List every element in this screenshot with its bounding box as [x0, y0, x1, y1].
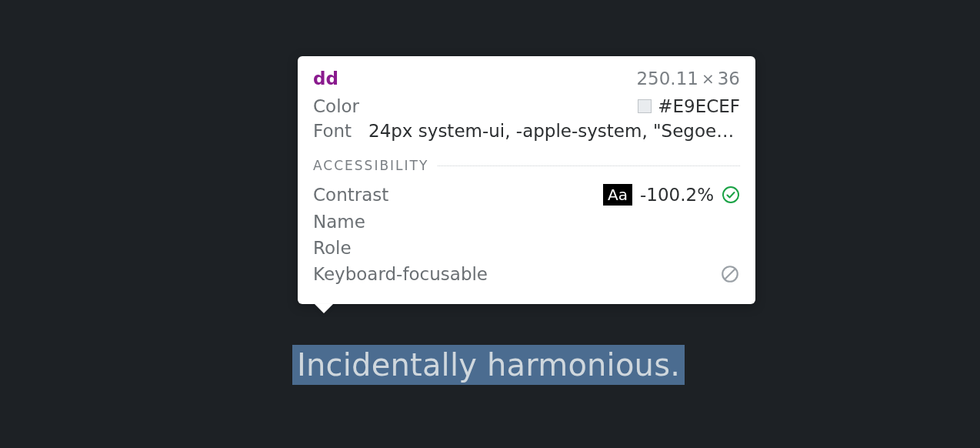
color-value-group: #E9ECEF: [638, 96, 740, 116]
contrast-row: Contrast Aa -100.2%: [313, 184, 740, 206]
role-label: Role: [313, 238, 352, 258]
inspected-text-highlight[interactable]: Incidentally harmonious.: [292, 345, 685, 385]
keyboard-focusable-row: Keyboard-focusable: [313, 264, 740, 284]
dimension-width: 250.11: [636, 69, 698, 89]
tooltip-header: dd 250.11×36: [313, 69, 740, 89]
accessibility-title: ACCESSIBILITY: [313, 158, 428, 173]
check-circle-icon: [722, 186, 740, 204]
accessibility-section-header: ACCESSIBILITY: [313, 158, 740, 173]
font-label: Font: [313, 121, 358, 141]
role-row: Role: [313, 238, 740, 258]
not-allowed-icon: [720, 264, 740, 284]
contrast-sample-icon: Aa: [603, 184, 632, 206]
svg-point-0: [723, 187, 738, 202]
svg-line-2: [725, 269, 735, 279]
element-inspector-tooltip: dd 250.11×36 Color #E9ECEF Font 24px sys…: [298, 56, 755, 304]
font-row: Font 24px system-ui, -apple-system, "Seg…: [313, 121, 740, 141]
dimension-height: 36: [718, 69, 740, 89]
element-dimensions: 250.11×36: [636, 69, 740, 89]
name-row: Name: [313, 212, 740, 232]
element-tag-name: dd: [313, 69, 338, 89]
keyboard-focusable-label: Keyboard-focusable: [313, 264, 488, 284]
section-divider: [438, 165, 740, 166]
contrast-value-group: Aa -100.2%: [603, 184, 740, 206]
contrast-label: Contrast: [313, 185, 388, 205]
color-swatch-icon: [638, 99, 652, 113]
color-row: Color #E9ECEF: [313, 96, 740, 116]
font-value: 24px system-ui, -apple-system, "Segoe…: [368, 121, 740, 141]
color-hex-value: #E9ECEF: [658, 96, 740, 116]
name-label: Name: [313, 212, 365, 232]
dimension-separator: ×: [702, 69, 715, 88]
keyboard-focusable-value: [720, 264, 740, 284]
color-label: Color: [313, 96, 359, 116]
contrast-ratio-value: -100.2%: [640, 185, 714, 205]
